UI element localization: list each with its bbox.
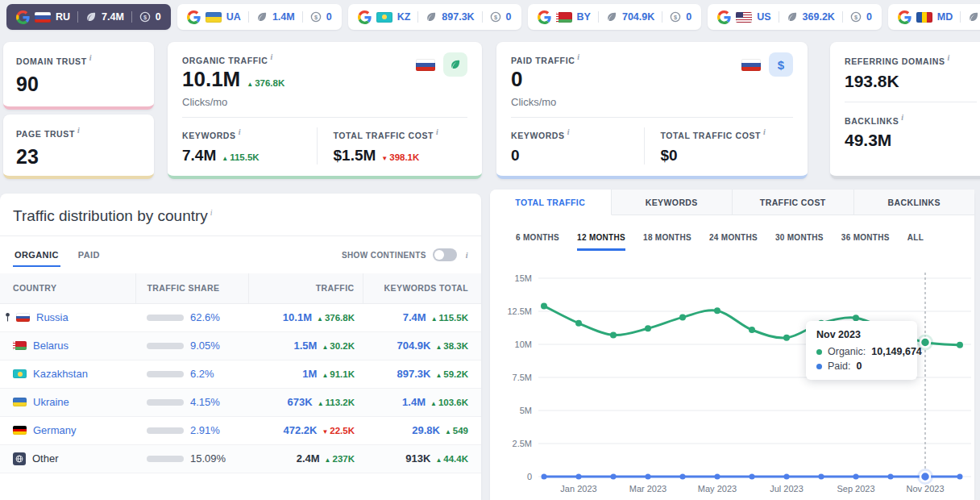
table-row-germany: Germany 2.91% 472.2K▼22.5K 29.8K▲549 <box>0 416 481 444</box>
svg-text:Jan 2023: Jan 2023 <box>560 484 596 494</box>
keywords-value[interactable]: 1.4M <box>402 396 426 408</box>
svg-text:Nov 2023: Nov 2023 <box>906 484 944 494</box>
keywords-value[interactable]: 897.3K <box>397 368 430 380</box>
keywords-value[interactable]: 704.9K <box>397 340 430 352</box>
range-24-months[interactable]: 24 MONTHS <box>709 233 758 251</box>
paid-count: 0 <box>506 11 512 23</box>
range-30-months[interactable]: 30 MONTHS <box>775 233 824 251</box>
traffic-delta: ▼22.5K <box>322 426 355 435</box>
country-link[interactable]: Belarus <box>33 340 69 352</box>
show-continents-toggle[interactable] <box>433 248 457 261</box>
traffic-chart-panel: TOTAL TRAFFIC KEYWORDS TRAFFIC COST BACK… <box>490 190 974 500</box>
country-tab-ru[interactable]: RU 7.4M $ 0 <box>6 4 171 30</box>
info-icon[interactable]: i <box>948 53 950 62</box>
organic-traffic-delta: ▲376.8K <box>247 78 284 88</box>
traffic-distribution-panel: Traffic distribution by countryi ORGANIC… <box>0 194 481 500</box>
traffic-delta: ▲376.8K <box>317 313 355 323</box>
country-tab-by[interactable]: BY 704.9K $ 0 <box>528 4 702 30</box>
country-tab-md[interactable]: MD 58.1K $ 0 <box>888 4 980 30</box>
traffic-value[interactable]: 673K <box>288 396 313 408</box>
keywords-value[interactable]: 7.4M <box>403 311 426 323</box>
traffic-cost-delta: ▼398.1K <box>381 152 419 162</box>
country-link[interactable]: Russia <box>36 311 69 323</box>
flag-de-icon <box>13 426 27 435</box>
show-continents-label: SHOW CONTINENTS <box>342 251 426 260</box>
leaf-icon <box>85 11 97 23</box>
paid-traffic-value: 0 <box>511 67 522 92</box>
organic-traffic-card: ORGANIC TRAFFICi 10.1M ▲376.8K Clicks/mo… <box>168 42 482 179</box>
backlinks-value: 49.3M <box>845 131 977 150</box>
svg-text:$: $ <box>143 14 147 21</box>
tab-total-traffic[interactable]: TOTAL TRAFFIC <box>490 190 612 215</box>
svg-text:15M: 15M <box>515 273 532 283</box>
traffic-cost-label: TOTAL TRAFFIC COST <box>661 130 762 140</box>
header-traffic[interactable]: TRAFFIC <box>248 273 363 303</box>
flag-ua-icon <box>206 12 222 23</box>
paid-traffic-card: PAID TRAFFICi 0 $ Clicks/mo KEYWORDSi 0 … <box>496 42 808 179</box>
info-icon[interactable]: i <box>763 127 766 136</box>
traffic-value[interactable]: 10.1M <box>283 311 312 323</box>
share-bar <box>147 456 184 462</box>
divider <box>842 11 843 23</box>
tab-backlinks[interactable]: BACKLINKS <box>854 190 975 215</box>
tab-paid[interactable]: PAID <box>77 244 102 267</box>
range-12-months[interactable]: 12 MONTHS <box>577 233 625 251</box>
info-icon[interactable]: i <box>89 53 92 62</box>
backlinks-label: BACKLINKS <box>845 115 899 125</box>
share-bar <box>147 399 184 406</box>
country-tab-us[interactable]: US 369.2K $ 0 <box>708 4 882 30</box>
table-row-other: Other 15.09% 2.4M▲237K 913K▲44.4K <box>0 444 481 473</box>
range-all[interactable]: ALL <box>907 233 924 251</box>
country-tabs-bar: RU 7.4M $ 0 UA 1.4M $ 0 KZ 897.3K $ 0 BY… <box>6 3 974 31</box>
traffic-value[interactable]: 472.2K <box>283 424 317 436</box>
header-traffic-share[interactable]: TRAFFIC SHARE <box>135 273 248 303</box>
flag-ru-icon <box>35 12 51 23</box>
header-keywords-total[interactable]: KEYWORDS TOTAL <box>363 273 481 303</box>
info-icon[interactable]: i <box>210 208 213 217</box>
info-icon[interactable]: i <box>901 113 903 122</box>
country-tab-kz[interactable]: KZ 897.3K $ 0 <box>348 4 521 30</box>
range-18-months[interactable]: 18 MONTHS <box>643 233 691 251</box>
keywords-value[interactable]: 29.8K <box>412 424 440 436</box>
info-icon[interactable]: i <box>77 126 80 135</box>
keywords-value: 0 <box>511 147 520 165</box>
tab-organic[interactable]: ORGANIC <box>13 244 60 267</box>
divider <box>302 11 303 23</box>
google-icon <box>16 10 30 24</box>
country-tab-ua[interactable]: UA 1.4M $ 0 <box>177 4 342 30</box>
info-icon[interactable]: i <box>577 52 579 61</box>
tab-keywords[interactable]: KEYWORDS <box>612 190 733 215</box>
page-trust-card: PAGE TRUSTi 23 <box>3 115 154 179</box>
header-country[interactable]: COUNTRY <box>0 273 135 303</box>
range-tabs: 6 MONTHS 12 MONTHS 18 MONTHS 24 MONTHS 3… <box>490 233 974 251</box>
traffic-value[interactable]: 1.5M <box>293 340 317 352</box>
country-link[interactable]: Germany <box>33 424 76 436</box>
keywords-delta: ▲115.5K <box>431 313 468 323</box>
range-36-months[interactable]: 36 MONTHS <box>841 233 890 251</box>
info-icon[interactable]: i <box>466 251 468 260</box>
info-icon[interactable]: i <box>270 52 272 61</box>
organic-count: 897.3K <box>442 11 474 23</box>
info-icon[interactable]: i <box>239 127 241 136</box>
info-icon[interactable]: i <box>567 127 570 136</box>
svg-text:$: $ <box>314 14 318 21</box>
referring-domains-value: 193.8K <box>845 72 977 91</box>
domain-trust-label: DOMAIN TRUST <box>16 56 87 66</box>
tab-traffic-cost[interactable]: TRAFFIC COST <box>733 190 854 215</box>
traffic-delta: ▲91.1K <box>322 369 355 379</box>
flag-ru-icon <box>416 59 435 71</box>
leaf-icon <box>606 11 617 23</box>
range-6-months[interactable]: 6 MONTHS <box>516 233 559 251</box>
page-trust-label: PAGE TRUST <box>16 129 75 139</box>
traffic-value[interactable]: 1M <box>302 368 317 380</box>
country-link[interactable]: Kazakhstan <box>33 368 88 380</box>
organic-count: 704.9K <box>622 11 654 23</box>
paid-count: 0 <box>156 11 161 23</box>
chart-tooltip: Nov 2023 Organic:10,149,674 Paid:0 <box>806 321 917 380</box>
paid-traffic-label: PAID TRAFFIC <box>511 56 575 65</box>
country-link[interactable]: Ukraine <box>33 396 69 408</box>
domain-trust-value: 90 <box>16 73 141 96</box>
traffic-line-chart[interactable]: 02.5M5M7.5M10M12.5M15MJan 2023Mar 2023Ma… <box>490 258 974 500</box>
info-icon[interactable]: i <box>436 127 438 136</box>
divider <box>779 11 779 23</box>
